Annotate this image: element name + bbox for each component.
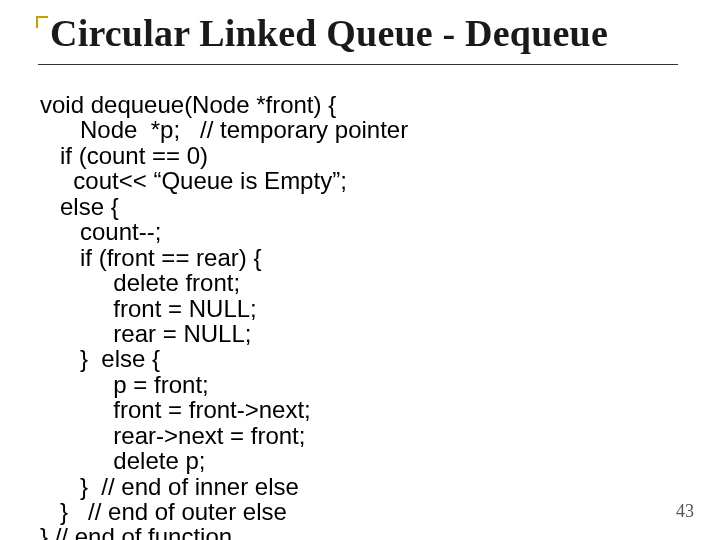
code-line: Node *p; // temporary pointer <box>40 116 408 143</box>
corner-ornament-icon <box>36 16 48 28</box>
code-line: front = NULL; <box>40 295 257 322</box>
code-line: front = front->next; <box>40 396 311 423</box>
code-line: p = front; <box>40 371 209 398</box>
slide-title: Circular Linked Queue - Dequeue <box>50 14 684 58</box>
code-line: else { <box>40 193 119 220</box>
code-line: void dequeue(Node *front) { <box>40 91 336 118</box>
code-line: if (front == rear) { <box>40 244 261 271</box>
code-line: count--; <box>40 218 161 245</box>
code-block: void dequeue(Node *front) { Node *p; // … <box>40 92 680 540</box>
code-line: } // end of outer else <box>40 498 287 525</box>
page-number: 43 <box>676 501 694 522</box>
title-block: Circular Linked Queue - Dequeue <box>36 14 684 65</box>
code-line: rear->next = front; <box>40 422 305 449</box>
code-line: } // end of function <box>40 523 232 540</box>
slide: Circular Linked Queue - Dequeue void deq… <box>0 0 720 540</box>
code-line: delete front; <box>40 269 240 296</box>
code-line: } else { <box>40 345 160 372</box>
code-line: rear = NULL; <box>40 320 251 347</box>
code-line: if (count == 0) <box>40 142 208 169</box>
code-line: delete p; <box>40 447 205 474</box>
code-line: cout<< “Queue is Empty”; <box>40 167 347 194</box>
title-underline <box>38 64 678 65</box>
code-line: } // end of inner else <box>40 473 299 500</box>
